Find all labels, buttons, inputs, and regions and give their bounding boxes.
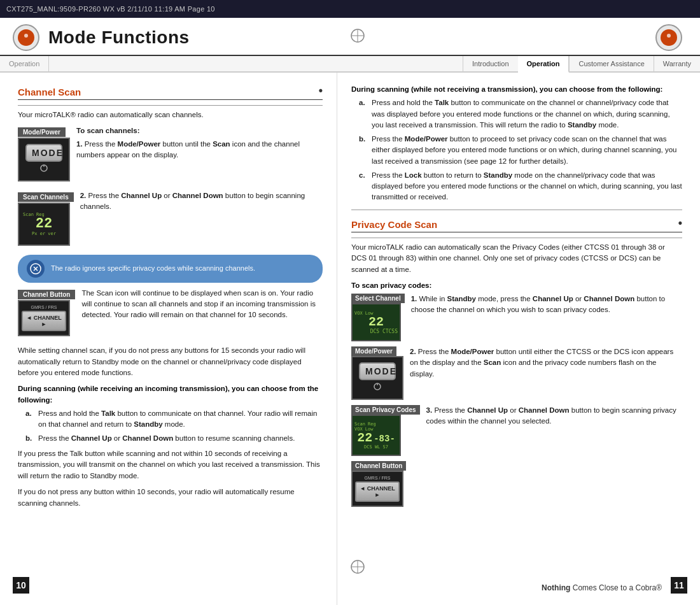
standby-para: While setting channel scan, if you do no… bbox=[18, 345, 323, 379]
scan-privacy-lcd: Scan Reg VOX Low 22 -83- DCS WL S7 bbox=[351, 415, 401, 456]
select-channel-img-label: Select Channel bbox=[351, 294, 405, 303]
scan-priv-num2: -83- bbox=[374, 434, 395, 444]
scan-priv-icons: DCS WL S7 bbox=[364, 445, 388, 450]
not-receiving-item-a: a. Press and hold the Talk button to com… bbox=[359, 97, 682, 131]
gmrs-label-right: GMRS / FRS bbox=[355, 476, 400, 480]
nav-right-tabs: Introduction Operation Customer Assistan… bbox=[463, 56, 700, 71]
channel-button-step-row: Channel Button GMRS / FRS ◄ CHANNEL ► Th… bbox=[18, 288, 323, 341]
to-scan-privacy-heading: To scan privacy codes: bbox=[351, 280, 682, 291]
scan-priv-num1: 22 bbox=[357, 432, 372, 445]
scan-privacy-img-block: Scan Privacy Codes Scan Reg VOX Low 22 -… bbox=[351, 405, 420, 456]
tab-customer-assistance[interactable]: Customer Assistance bbox=[569, 56, 653, 71]
channel-arrow-right: ◄ CHANNEL ► bbox=[355, 481, 400, 502]
receiving-list: a. Press and hold the Talk button to com… bbox=[25, 408, 323, 445]
bottom-footer: Nothing Comes Close to a Cobra® bbox=[542, 583, 662, 592]
during-scanning-heading: During scanning (while not receiving a t… bbox=[351, 84, 682, 95]
scan-ch-num: 22 bbox=[36, 217, 52, 231]
mode-power-image-block: Mode/Power MODE bbox=[18, 125, 70, 187]
top-bar: CXT275_MANL:9509-PR260 WX vB 2/11/10 11:… bbox=[0, 0, 700, 18]
left-column: Channel Scan • Your microTALK® radio can… bbox=[0, 73, 337, 605]
page-number-left: 10 bbox=[13, 577, 29, 594]
svg-point-1 bbox=[24, 34, 28, 38]
during-receiving-heading: During scanning (while receiving an inco… bbox=[18, 383, 323, 406]
select-channel-lcd: VOX Low 22 DCS CTCSS bbox=[351, 303, 401, 341]
tab-operation[interactable]: Operation bbox=[518, 56, 570, 73]
mode-power-privacy-step: Mode/Power MODE 2. Press the Mode/Power … bbox=[351, 346, 682, 400]
channel-button-right-img-block: Channel Button GMRS / FRS ◄ CHANNEL ► bbox=[351, 461, 406, 507]
channel-scan-heading: Channel Scan • bbox=[18, 84, 323, 100]
divider1 bbox=[18, 105, 323, 106]
top-bar-text: CXT275_MANL:9509-PR260 WX vB 2/11/10 11:… bbox=[6, 5, 215, 13]
scan-ch-icons: Px er ver bbox=[32, 231, 56, 236]
tab-introduction[interactable]: Introduction bbox=[463, 56, 517, 71]
section-dot: • bbox=[319, 84, 323, 97]
scan-privacy-img-label: Scan Privacy Codes bbox=[351, 405, 420, 415]
scan-channels-step-row: Scan Channels Scan Reg 22 Px er ver 2. P… bbox=[18, 190, 323, 251]
page-number-right: 11 bbox=[671, 577, 687, 594]
scan-priv-top: Scan Reg bbox=[353, 422, 376, 427]
channel-arrow-label: ◄ CHANNEL ► bbox=[22, 311, 66, 331]
privacy-scan-heading: Privacy Code Scan • bbox=[351, 217, 682, 232]
privacy-dot: • bbox=[678, 217, 682, 230]
scan-channels-image-block: Scan Channels Scan Reg 22 Px er ver bbox=[18, 190, 74, 251]
note-box: The radio ignores specific privacy codes… bbox=[18, 255, 323, 283]
not-receiving-list: a. Press and hold the Talk button to com… bbox=[359, 97, 682, 203]
to-scan-heading-text: To scan channels: 1. Press the Mode/Powe… bbox=[76, 125, 323, 187]
header-icon-right bbox=[655, 24, 682, 51]
privacy-scan-intro: Your microTALK radio can automatically s… bbox=[351, 242, 682, 276]
cobra-logo-left bbox=[18, 29, 34, 46]
channel-button-label: Channel Button bbox=[18, 290, 75, 299]
note-text: The radio ignores specific privacy codes… bbox=[51, 264, 255, 273]
divider2 bbox=[351, 210, 682, 210]
right-column: During scanning (while not receiving a t… bbox=[337, 73, 700, 605]
scan-icon-desc: The Scan icon will continue to be displa… bbox=[81, 288, 323, 341]
privacy-step3-text: 3. Press the Channel Up or Channel Down … bbox=[426, 405, 682, 427]
channel-scan-intro: Your microTALK® radio can automatically … bbox=[18, 110, 323, 121]
channel-button2-label: Channel Button bbox=[351, 461, 406, 471]
channel-button-right-step: Channel Button GMRS / FRS ◄ CHANNEL ► bbox=[351, 461, 682, 507]
nav-bar: Operation Introduction Operation Custome… bbox=[0, 56, 700, 73]
not-receiving-item-c: c. Press the Lock button to return to St… bbox=[359, 170, 682, 203]
privacy-step1-text: 1. While in Standby mode, press the Chan… bbox=[411, 294, 682, 316]
select-channel-step: Select Channel VOX Low 22 DCS CTCSS 1. W… bbox=[351, 294, 682, 341]
svg-point-3 bbox=[667, 34, 671, 38]
mode-btn-text: MODE bbox=[359, 362, 396, 380]
step2-text: 2. Press the Channel Up or Channel Down … bbox=[80, 190, 323, 251]
select-ch-bot: DCS CTCSS bbox=[370, 329, 400, 334]
page-title: Mode Functions bbox=[48, 27, 190, 48]
privacy-step2-text: 2. Press the Mode/Power button until eit… bbox=[410, 346, 682, 380]
tab-warranty[interactable]: Warranty bbox=[654, 56, 700, 71]
crosshair-top-left bbox=[349, 27, 367, 47]
not-receiving-item-b: b. Press the Mode/Power button to procee… bbox=[359, 134, 682, 167]
mode-power-step-row: Mode/Power MODE To scan channels: bbox=[18, 125, 323, 187]
cobra-logo-right bbox=[661, 29, 677, 46]
mode-power-label: Mode/Power bbox=[18, 127, 66, 137]
header-icon-left bbox=[13, 24, 39, 51]
gmrs-label: GMRS / FRS bbox=[22, 305, 66, 310]
note-icon bbox=[27, 260, 45, 278]
receiving-item-a: a. Press and hold the Talk button to com… bbox=[25, 408, 323, 431]
nav-operation-left[interactable]: Operation bbox=[0, 56, 49, 71]
mode-power-privacy-label: Mode/Power bbox=[351, 346, 396, 356]
talk-button-para: If you press the Talk button while scann… bbox=[18, 448, 323, 482]
channel-button-image-block: Channel Button GMRS / FRS ◄ CHANNEL ► bbox=[18, 288, 75, 341]
mode-power-privacy-img-block: Mode/Power MODE bbox=[351, 346, 403, 400]
crosshair-bottom-left bbox=[349, 558, 367, 578]
select-ch-mid: 22 bbox=[368, 316, 384, 329]
select-channel-img-block: Select Channel VOX Low 22 DCS CTCSS bbox=[351, 294, 405, 341]
receiving-item-b: b. Press the Channel Up or Channel Down … bbox=[25, 433, 323, 444]
main-content: Channel Scan • Your microTALK® radio can… bbox=[0, 73, 700, 605]
scan-channels-label: Scan Channels bbox=[18, 192, 74, 202]
divider3 bbox=[351, 238, 682, 238]
scan-privacy-step: Scan Privacy Codes Scan Reg VOX Low 22 -… bbox=[351, 405, 682, 456]
no-button-para: If you do not press any button within 10… bbox=[18, 487, 323, 509]
